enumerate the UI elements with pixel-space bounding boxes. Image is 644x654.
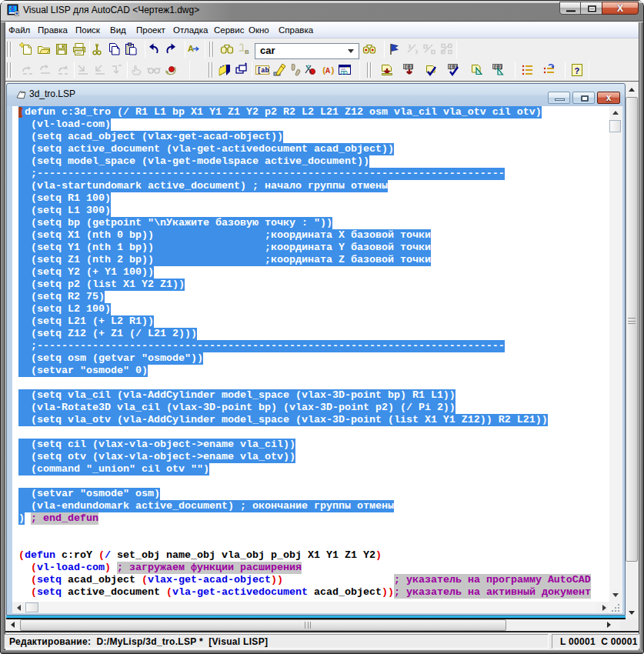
- svg-text:B: B: [245, 48, 249, 55]
- svg-text:): ): [330, 66, 335, 75]
- svg-text:?: ?: [575, 66, 580, 75]
- svg-text:(0): (0): [405, 65, 414, 70]
- svg-text:[ab]: [ab]: [257, 67, 270, 75]
- svg-text:A: A: [188, 44, 194, 53]
